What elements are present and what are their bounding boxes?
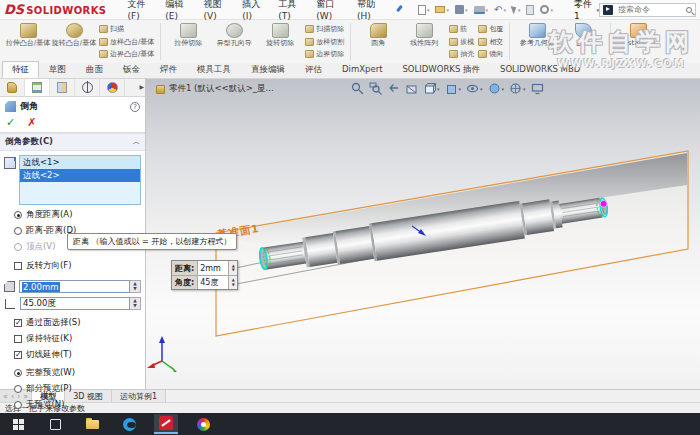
tab-sheet-metal[interactable]: 钣金 <box>113 61 150 78</box>
options-button[interactable]: ▾ <box>540 5 553 14</box>
curves-button[interactable]: 曲线 <box>560 21 606 62</box>
ok-button[interactable]: ✓ <box>6 116 15 129</box>
properties-button[interactable] <box>526 5 534 15</box>
section-view-button[interactable] <box>405 82 418 95</box>
callout-distance-spinner[interactable]: ▲▼ <box>228 261 237 275</box>
tab-weldments[interactable]: 焊件 <box>150 61 187 78</box>
mirror-button[interactable]: 镜向 <box>478 49 503 59</box>
tab-property-manager[interactable] <box>25 79 50 96</box>
option-full-preview[interactable]: 完整预览(W) <box>0 365 145 381</box>
document-title[interactable]: 零件1▾ <box>574 0 599 21</box>
lofted-boss-button[interactable]: 放样凸台/基体 <box>99 37 154 47</box>
tab-sketch[interactable]: 草图 <box>39 61 76 78</box>
new-document-button[interactable]: ▾ <box>418 5 430 15</box>
file-explorer-button[interactable] <box>80 414 104 434</box>
feature-tree-header[interactable]: 零件1 (默认<<默认>_显... <box>156 83 274 95</box>
tab-mold-tools[interactable]: 模具工具 <box>187 61 241 78</box>
list-item-edge2[interactable]: 边线<2> <box>20 169 140 182</box>
cancel-button[interactable]: ✗ <box>27 116 36 129</box>
option-keep-features[interactable]: 保持特征(K) <box>0 331 145 347</box>
tab-dimxpert-manager[interactable] <box>75 79 100 96</box>
instant3d-button[interactable]: Instant3D <box>615 21 661 62</box>
dimxpert-crosshair-icon <box>82 82 93 93</box>
extruded-boss-button[interactable]: 拉伸凸台/基体 <box>5 21 51 62</box>
view-orientation-button[interactable]: ▾ <box>423 82 440 95</box>
list-item-edge1[interactable]: 边线<1> <box>20 156 140 169</box>
panel-flyout-arrow[interactable]: ▶ <box>139 83 144 90</box>
tab-sw-addins[interactable]: SOLIDWORKS 插件 <box>392 61 490 78</box>
tab-direct-editing[interactable]: 直接编辑 <box>241 61 295 78</box>
tab-features[interactable]: 特征 <box>2 61 39 78</box>
menu-window[interactable]: 窗口(W) <box>309 0 350 23</box>
print-button[interactable]: ▾ <box>474 6 489 14</box>
option-partial-preview[interactable]: 部分预览(P) <box>0 381 145 397</box>
boundary-cut-button[interactable]: 边界切除 <box>305 49 344 59</box>
revolved-cut-button[interactable]: 旋转切除 <box>257 21 303 62</box>
zoom-to-area-button[interactable] <box>369 82 382 95</box>
select-button[interactable]: ▾ <box>512 5 521 14</box>
draft-button[interactable]: 拔模 <box>449 37 474 47</box>
display-style-button[interactable]: ▾ <box>445 82 462 95</box>
shell-button[interactable]: 抽壳 <box>449 49 474 59</box>
hole-wizard-button[interactable]: 异型孔向导 <box>211 21 257 62</box>
pin-menu-icon[interactable] <box>395 5 403 14</box>
previous-view-button[interactable] <box>387 82 400 95</box>
tab-configurations[interactable] <box>50 79 75 96</box>
tab-sw-mbd[interactable]: SOLIDWORKS MBD <box>490 61 590 78</box>
reference-geometry-button[interactable]: 参考几何体 <box>514 21 560 62</box>
extruded-cut-button[interactable]: 拉伸切除 <box>165 21 211 62</box>
edge-selection-list[interactable]: 边线<1> 边线<2> <box>19 155 141 205</box>
menu-tools[interactable]: 工具(T) <box>271 0 309 23</box>
open-button[interactable]: ▾ <box>435 6 449 13</box>
option-select-through-faces[interactable]: 通过面选择(S) <box>0 315 145 331</box>
tab-evaluate[interactable]: 评估 <box>295 61 332 78</box>
start-button[interactable] <box>6 414 30 434</box>
distance-spinner[interactable]: ▲▼ <box>130 280 141 293</box>
menu-view[interactable]: 视图(V) <box>197 0 236 23</box>
revolved-boss-button[interactable]: 旋转凸台/基体 <box>51 21 97 62</box>
save-button[interactable]: ▾ <box>455 5 468 14</box>
zoom-to-fit-button[interactable] <box>351 82 364 95</box>
angle-spinner[interactable]: ▲▼ <box>130 297 141 310</box>
callout-distance-row: 距离: 2mm ▲▼ <box>172 261 237 275</box>
tab-surfaces[interactable]: 曲面 <box>76 61 113 78</box>
menu-edit[interactable]: 编辑(E) <box>158 0 196 23</box>
tab-dimxpert[interactable]: DimXpert <box>332 61 392 78</box>
search-input[interactable] <box>616 4 686 15</box>
boundary-boss-button[interactable]: 边界凸台/基体 <box>99 49 154 59</box>
paint-app-button[interactable] <box>191 414 215 434</box>
option-no-preview[interactable]: 无预览(N) <box>0 397 145 413</box>
parameters-section-header[interactable]: 倒角参数(C) ︿ <box>0 133 145 151</box>
menu-file[interactable]: 文件(F) <box>120 0 158 23</box>
linear-pattern-button[interactable]: 线性阵列 <box>401 21 447 62</box>
option-flip-direction[interactable]: 反转方向(F) <box>0 258 145 274</box>
tab-feature-tree[interactable] <box>0 79 25 96</box>
task-view-button[interactable] <box>43 414 67 434</box>
tab-display-manager[interactable] <box>100 79 125 96</box>
apply-scene-button[interactable]: ▾ <box>509 82 526 95</box>
menu-help[interactable]: 帮助(H) <box>350 0 389 23</box>
solidworks-taskbar-button[interactable] <box>154 414 178 434</box>
intersect-button[interactable]: 相交 <box>478 37 503 47</box>
angle-field[interactable]: 45.00度 <box>20 297 130 310</box>
option-angle-distance[interactable]: 角度距离(A) <box>0 207 145 223</box>
undo-button[interactable]: ↶▾ <box>494 6 506 14</box>
callout-distance-value[interactable]: 2mm <box>198 261 228 275</box>
callout-angle-value[interactable]: 45度 <box>198 276 228 289</box>
hide-show-items-button[interactable]: ▾ <box>466 82 483 95</box>
command-search[interactable] <box>599 3 696 17</box>
distance-field[interactable]: 2.00mm <box>19 280 130 293</box>
edge-browser-button[interactable] <box>117 414 141 434</box>
option-tangent-propagation[interactable]: 切线延伸(T) <box>0 347 145 363</box>
swept-cut-button[interactable]: 扫描切除 <box>305 24 344 34</box>
edit-appearance-button[interactable]: ▾ <box>488 82 505 95</box>
rib-button[interactable]: 筋 <box>449 24 474 34</box>
menu-insert[interactable]: 插入(I) <box>235 0 271 23</box>
fillet-button[interactable]: 圆角 <box>355 21 401 62</box>
lofted-cut-button[interactable]: 放样切割 <box>305 37 344 47</box>
swept-boss-button[interactable]: 扫描 <box>99 24 154 34</box>
callout-angle-spinner[interactable]: ▲▼ <box>228 276 237 289</box>
view-settings-button[interactable] <box>531 82 544 95</box>
help-icon[interactable]: ? <box>130 102 140 112</box>
wrap-button[interactable]: 包覆 <box>478 24 503 34</box>
